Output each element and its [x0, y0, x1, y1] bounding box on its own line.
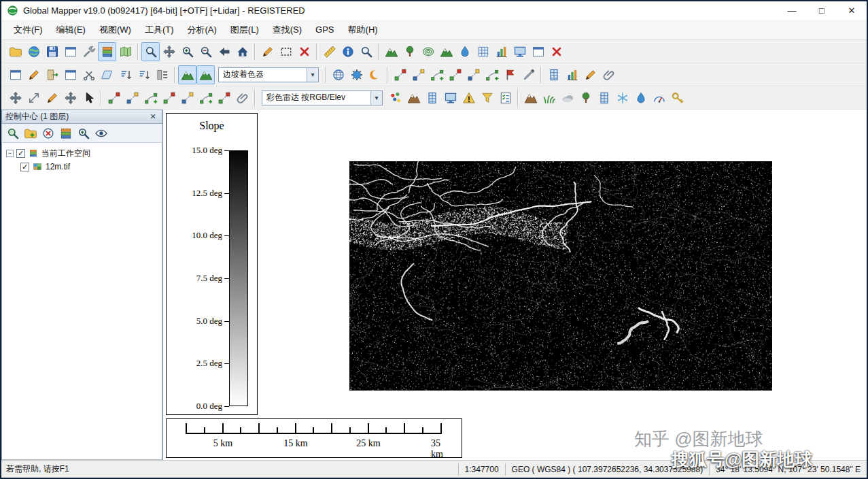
- shader-selector[interactable]: 边坡着色器▾: [218, 67, 319, 82]
- split-line[interactable]: [160, 88, 178, 108]
- shift-layer[interactable]: [98, 65, 116, 84]
- select-features[interactable]: [277, 42, 295, 61]
- move-feature[interactable]: [6, 88, 24, 108]
- trace-line[interactable]: [196, 88, 215, 108]
- control-center-toggle[interactable]: [98, 42, 116, 61]
- delete-selected[interactable]: [295, 42, 313, 61]
- terrain-analysis[interactable]: [437, 42, 455, 61]
- sort-layers[interactable]: [116, 65, 135, 84]
- lidar-display-mode[interactable]: 彩色雷达 按RGB/Elev▾: [262, 90, 383, 105]
- simplify-path[interactable]: [483, 65, 501, 84]
- classify-noise[interactable]: [558, 88, 576, 108]
- feature-info[interactable]: [338, 42, 357, 61]
- workspace-tree-row[interactable]: − ✓ 当前工作空间: [2, 146, 162, 160]
- dropdown-arrow-icon[interactable]: ▾: [370, 91, 382, 105]
- script-editor[interactable]: [529, 42, 547, 61]
- overview-map-toggle[interactable]: [116, 42, 135, 61]
- attach-link[interactable]: [600, 65, 618, 84]
- close-selected-layers[interactable]: [39, 125, 57, 142]
- lidar-3d-view[interactable]: [441, 88, 459, 108]
- minimize-button[interactable]: —: [777, 1, 807, 20]
- previous-view[interactable]: [215, 42, 233, 61]
- path-profile[interactable]: [492, 42, 510, 61]
- new-map-view[interactable]: [61, 65, 80, 84]
- classify-water[interactable]: [631, 88, 650, 108]
- zoom-to-selected[interactable]: [75, 125, 92, 142]
- filter-features[interactable]: [501, 65, 519, 84]
- menu-item-help[interactable]: 帮助(H): [341, 20, 385, 39]
- save-workspace[interactable]: [43, 42, 61, 61]
- classify-low-vegetation[interactable]: [540, 88, 558, 108]
- zoom-in[interactable]: [178, 42, 196, 61]
- classify-ground[interactable]: [521, 88, 540, 108]
- fly-through[interactable]: [510, 42, 529, 61]
- digitizer-tool[interactable]: [258, 42, 277, 61]
- hillshade-toggle[interactable]: [196, 65, 215, 84]
- profile-view[interactable]: [563, 65, 581, 84]
- open-data-file[interactable]: [6, 42, 24, 61]
- menu-item-view[interactable]: 视图(W): [92, 20, 138, 39]
- reverse-path[interactable]: [464, 65, 483, 84]
- menu-item-file[interactable]: 文件(F): [7, 20, 50, 39]
- maximize-button[interactable]: □: [807, 1, 837, 20]
- menu-item-tools[interactable]: 工具(T): [138, 20, 181, 39]
- attach-line[interactable]: [233, 88, 251, 108]
- draw-line[interactable]: [581, 65, 600, 84]
- lidar-terrain[interactable]: [404, 88, 423, 108]
- show-graticule[interactable]: [329, 65, 347, 84]
- open-online-data[interactable]: [24, 42, 43, 61]
- split-path[interactable]: [428, 65, 446, 84]
- lidar-classify[interactable]: [496, 88, 515, 108]
- panel-close-button[interactable]: ✕: [147, 112, 158, 121]
- edit-vertices[interactable]: [43, 88, 61, 108]
- lidar-statistics[interactable]: [650, 88, 668, 108]
- elevation-grid[interactable]: [474, 42, 492, 61]
- insert-vertex[interactable]: [105, 88, 123, 108]
- dropdown-arrow-icon[interactable]: ▾: [307, 68, 318, 82]
- pick-color[interactable]: [519, 65, 538, 84]
- delete-vertex[interactable]: [123, 88, 141, 108]
- open-layer-files[interactable]: [22, 125, 39, 142]
- menu-item-search[interactable]: 查找(S): [266, 20, 309, 39]
- workspace-checkbox[interactable]: ✓: [16, 149, 25, 158]
- map-view[interactable]: Slope 15.0 deg12.5 deg10.0 deg7.5 deg5.0…: [163, 110, 867, 460]
- draw-path[interactable]: [391, 65, 409, 84]
- close-button[interactable]: ✕: [837, 1, 867, 20]
- export-data[interactable]: [43, 65, 61, 84]
- layer-options[interactable]: [57, 125, 75, 142]
- tree-expander-icon[interactable]: −: [6, 150, 14, 157]
- zoom-out[interactable]: [196, 42, 215, 61]
- classify-trees[interactable]: [576, 88, 595, 108]
- menu-item-layer[interactable]: 图层(L): [224, 20, 266, 39]
- edit-selected[interactable]: [24, 65, 43, 84]
- slope-shader[interactable]: [178, 65, 196, 84]
- full-extent[interactable]: [233, 42, 251, 61]
- layer-label[interactable]: 12m.tif: [46, 162, 70, 171]
- lidar-color-points[interactable]: [386, 88, 404, 108]
- projection-settings[interactable]: [347, 65, 366, 84]
- map-layout[interactable]: [61, 42, 80, 61]
- grid-analysis[interactable]: [544, 65, 563, 84]
- configuration[interactable]: [80, 42, 98, 61]
- lidar-qc[interactable]: [459, 88, 478, 108]
- lidar-toolkit[interactable]: [668, 88, 687, 108]
- join-paths[interactable]: [446, 65, 464, 84]
- cancel-operation[interactable]: [547, 42, 566, 61]
- workspace-label[interactable]: 当前工作空间: [41, 148, 90, 159]
- zoom-to-layers[interactable]: [4, 125, 22, 142]
- vertex-measure[interactable]: [215, 88, 233, 108]
- join-lines[interactable]: [178, 88, 196, 108]
- menu-item-gps[interactable]: GPS: [309, 20, 341, 39]
- show-vegetation[interactable]: [400, 42, 419, 61]
- menu-item-analysis[interactable]: 分析(A): [181, 20, 224, 39]
- create-contours[interactable]: [419, 42, 437, 61]
- classify-buildings[interactable]: [595, 88, 613, 108]
- lidar-filter[interactable]: [478, 88, 496, 108]
- layer-checkbox[interactable]: ✓: [20, 163, 29, 171]
- edit-path[interactable]: [409, 65, 428, 84]
- zoom-tool[interactable]: [141, 42, 160, 61]
- toggle-layer-visibility[interactable]: [92, 125, 110, 142]
- measure-tool[interactable]: [320, 42, 338, 61]
- layer-tree-row[interactable]: ✓ 12m.tif: [2, 160, 162, 174]
- lidar-grid[interactable]: [423, 88, 441, 108]
